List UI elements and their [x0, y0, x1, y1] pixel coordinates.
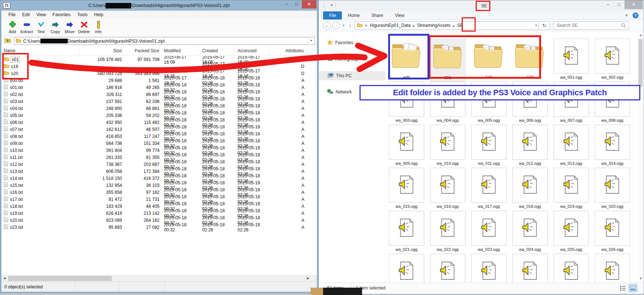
- grid-item-wa_026.ogg[interactable]: wa_026.ogg: [595, 211, 630, 254]
- grid-item-wa_011.ogg[interactable]: wa_011.ogg: [471, 125, 507, 168]
- grid-item-wa_007.ogg[interactable]: wa_007.ogg: [554, 82, 589, 125]
- grid-item-wa_006.ogg[interactable]: wa_006.ogg: [512, 82, 548, 125]
- scroll-right-icon[interactable]: ▶: [305, 276, 311, 281]
- grid-item-edit[interactable]: edit: [389, 39, 424, 82]
- grid-item-S20[interactable]: S20: [512, 39, 548, 82]
- grid-item-wa_014.ogg[interactable]: wa_014.ogg: [595, 125, 630, 168]
- grid-item-wa_003.ogg[interactable]: wa_003.ogg: [389, 82, 424, 125]
- explorer-vertical-scrollbar[interactable]: ▲ ▼: [638, 32, 643, 282]
- scrollbar-thumb[interactable]: [638, 39, 643, 87]
- grid-item-clipped[interactable]: [471, 254, 507, 282]
- column-header-packed-size[interactable]: Packed Size: [122, 47, 160, 54]
- grid-item-wa_020.ogg[interactable]: wa_020.ogg: [595, 168, 630, 211]
- up-button[interactable]: ↑: [349, 23, 351, 28]
- menu-item-view[interactable]: View: [33, 12, 49, 17]
- scroll-down-icon[interactable]: ▼: [638, 276, 644, 282]
- minimize-button[interactable]: –: [281, 0, 291, 8]
- thumbnail-view-icon[interactable]: [629, 284, 637, 292]
- close-button[interactable]: ✕: [302, 0, 316, 8]
- menu-item-tools[interactable]: Tools: [74, 12, 91, 17]
- grid-item-clipped[interactable]: [389, 254, 424, 282]
- scrollbar-thumb[interactable]: [8, 276, 112, 281]
- address-bar[interactable]: « HigurashiEp01_Data▶StreamingAssets▶SE …: [355, 21, 539, 30]
- toolbar-extract-button[interactable]: Extract: [19, 19, 34, 36]
- breadcrumb-StreamingAssets[interactable]: StreamingAssets: [416, 23, 452, 28]
- forward-button[interactable]: →: [332, 22, 340, 29]
- menu-item-file[interactable]: File: [5, 12, 19, 17]
- toolbar-copy-button[interactable]: Copy: [48, 19, 62, 36]
- toolbar-move-button[interactable]: Move: [62, 19, 77, 36]
- sidebar-item-favorites[interactable]: Favorites: [319, 38, 385, 47]
- breadcrumb-HigurashiEp01_Data[interactable]: HigurashiEp01_Data: [368, 23, 412, 28]
- 7zip-address-input[interactable]: C:\UsersDownloads\Higurashi\HigurashiPS3…: [14, 37, 315, 45]
- minimize-button[interactable]: –: [602, 0, 613, 9]
- grid-item-clipped[interactable]: [595, 254, 630, 282]
- toolbar-add-button[interactable]: Add: [5, 19, 19, 36]
- grid-item-wa_004.ogg[interactable]: wa_004.ogg: [430, 82, 465, 125]
- ribbon-tab-share[interactable]: Share: [365, 11, 389, 19]
- search-input[interactable]: [554, 22, 616, 29]
- 7zip-horizontal-scrollbar[interactable]: ◀ ▶: [1, 275, 317, 281]
- grid-item-wa_024.ogg[interactable]: wa_024.ogg: [512, 211, 548, 254]
- help-icon[interactable]: ?: [633, 13, 638, 18]
- column-header-size[interactable]: Size: [79, 47, 122, 54]
- refresh-button[interactable]: ↻: [539, 21, 550, 30]
- folder-up-icon[interactable]: [4, 38, 11, 45]
- close-button[interactable]: ✕: [625, 0, 643, 9]
- column-header-modified[interactable]: Modified: [160, 47, 198, 54]
- audio-file-icon: [522, 218, 538, 239]
- grid-item-wa_013.ogg[interactable]: wa_013.ogg: [554, 125, 589, 168]
- sidebar-item-homegroup[interactable]: Homegroup: [319, 55, 385, 64]
- grid-item-clipped[interactable]: [430, 254, 465, 282]
- column-header-attributes[interactable]: Attributes: [269, 47, 307, 54]
- grid-item-wa_017.ogg[interactable]: wa_017.ogg: [471, 168, 507, 211]
- grid-item-wa_010.ogg[interactable]: wa_010.ogg: [430, 125, 465, 168]
- column-header-name[interactable]: Name: [1, 47, 79, 54]
- sidebar-item-this-pc[interactable]: This PC: [319, 71, 385, 80]
- toolbar-delete-button[interactable]: Delete: [77, 19, 91, 36]
- grid-item-wa_019.ogg[interactable]: wa_019.ogg: [554, 168, 589, 211]
- grid-item-S01[interactable]: S01: [430, 39, 465, 82]
- grid-item-wa_015.ogg[interactable]: wa_015.ogg: [389, 168, 424, 211]
- grid-item-wa_005.ogg[interactable]: wa_005.ogg: [471, 82, 507, 125]
- toolbar-test-button[interactable]: Test: [34, 19, 48, 36]
- scroll-up-icon[interactable]: ▲: [638, 32, 644, 38]
- menu-item-edit[interactable]: Edit: [19, 12, 33, 17]
- grid-item-wa_025.ogg[interactable]: wa_025.ogg: [554, 211, 589, 254]
- ribbon-tab-file[interactable]: File: [323, 11, 342, 19]
- column-header-created[interactable]: Created: [198, 47, 234, 54]
- grid-item-S19[interactable]: S19: [471, 39, 507, 82]
- customize-toolbar-icon[interactable]: ▼: [330, 3, 333, 7]
- ribbon-tab-home[interactable]: Home: [342, 11, 365, 19]
- recent-locations-icon[interactable]: ▼: [342, 24, 345, 27]
- grid-item-wa_002.ogg[interactable]: wa_002.ogg: [595, 39, 630, 82]
- grid-item-wa_022.ogg[interactable]: wa_022.ogg: [430, 211, 465, 254]
- address-dropdown-icon[interactable]: ▼: [535, 24, 538, 27]
- grid-item-wa_012.ogg[interactable]: wa_012.ogg: [512, 125, 548, 168]
- breadcrumb-SE[interactable]: SE: [456, 23, 465, 28]
- file-row-s23.txt[interactable]: s23.txt95 68327 0822015-05-18 00:322015-…: [1, 224, 310, 231]
- address-dropdown-icon[interactable]: ▼: [308, 38, 314, 45]
- sidebar-item-network[interactable]: Network: [319, 88, 385, 96]
- details-view-icon[interactable]: [618, 284, 627, 292]
- grid-item-wa_023.ogg[interactable]: wa_023.ogg: [471, 211, 507, 254]
- grid-item-clipped[interactable]: [512, 254, 548, 282]
- column-header-accessed[interactable]: Accessed: [234, 47, 269, 54]
- grid-item-clipped[interactable]: [554, 254, 589, 282]
- minimize-ribbon-icon[interactable]: ▼: [625, 14, 628, 17]
- scroll-left-icon[interactable]: ◀: [1, 276, 7, 281]
- grid-item-wa_009.ogg[interactable]: wa_009.ogg: [389, 125, 424, 168]
- grid-item-wa_001.ogg[interactable]: wa_001.ogg: [554, 39, 589, 82]
- maximize-button[interactable]: □: [291, 0, 302, 8]
- grid-item-wa_018.ogg[interactable]: wa_018.ogg: [512, 168, 548, 211]
- grid-item-wa_008.ogg[interactable]: wa_008.ogg: [595, 82, 630, 125]
- grid-item-wa_016.ogg[interactable]: wa_016.ogg: [430, 168, 465, 211]
- back-button[interactable]: ←: [323, 22, 331, 29]
- menu-item-help[interactable]: Help: [91, 12, 107, 17]
- menu-item-favorites[interactable]: Favorites: [49, 12, 74, 17]
- breadcrumb-overflow[interactable]: «: [364, 23, 368, 28]
- grid-item-wa_021.ogg[interactable]: wa_021.ogg: [389, 211, 424, 254]
- toolbar-info-button[interactable]: Info: [91, 19, 105, 36]
- ribbon-tab-view[interactable]: View: [389, 11, 410, 19]
- maximize-button[interactable]: □: [613, 0, 625, 9]
